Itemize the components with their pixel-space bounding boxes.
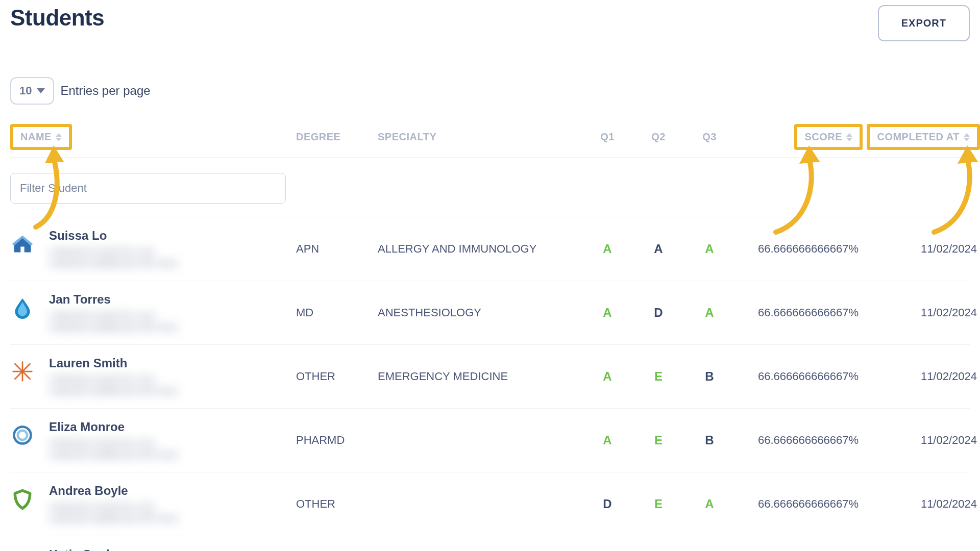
degree-cell: APN: [296, 242, 378, 256]
page-title: Students: [10, 5, 104, 31]
student-name: Eliza Monroe: [49, 420, 178, 434]
q3-grade: B: [684, 433, 735, 447]
redacted-text: redacted email line oneredacted addition…: [49, 246, 178, 269]
name-text: Katie Cook(+1)redacted email line onered…: [49, 547, 178, 551]
avatar-icon: [10, 423, 35, 447]
filter-row: [10, 158, 970, 217]
completed-cell: 11/02/2024: [863, 306, 980, 319]
student-name: Katie Cook: [49, 547, 178, 551]
score-cell: 66.666666666667%: [735, 434, 863, 447]
q3-grade: A: [684, 306, 735, 320]
score-cell: 66.666666666667%: [735, 242, 863, 256]
q1-grade: A: [582, 306, 633, 320]
name-cell: Eliza Monroeredacted email line oneredac…: [10, 420, 296, 461]
filter-student-input[interactable]: [10, 173, 286, 204]
sort-icon: [56, 133, 62, 141]
q3-grade: A: [684, 497, 735, 511]
name-text: Jan Torresredacted email line oneredacte…: [49, 292, 178, 333]
column-header-specialty[interactable]: SPECIALTY: [378, 131, 582, 143]
completed-cell: 11/02/2024: [863, 434, 980, 447]
q1-grade: A: [582, 242, 633, 256]
q2-grade: E: [633, 433, 684, 447]
svg-point-5: [18, 431, 27, 440]
column-header-q1[interactable]: Q1: [582, 131, 633, 143]
degree-cell: OTHER: [296, 497, 378, 511]
specialty-cell: ANESTHESIOLOGY: [378, 306, 582, 319]
score-cell: 66.666666666667%: [735, 370, 863, 383]
name-text: Suissa Loredacted email line oneredacted…: [49, 229, 178, 269]
table-row[interactable]: Jan Torresredacted email line oneredacte…: [10, 281, 970, 345]
column-header-degree[interactable]: DEGREE: [296, 131, 378, 143]
svg-point-4: [14, 427, 31, 444]
q3-grade: B: [684, 369, 735, 384]
entries-label: Entries per page: [60, 84, 150, 98]
name-cell: Andrea Boyleredacted email line oneredac…: [10, 484, 296, 524]
redacted-text: redacted email line oneredacted addition…: [49, 437, 178, 461]
entries-value: 10: [19, 84, 32, 97]
name-text: Lauren Smithredacted email line oneredac…: [49, 356, 178, 397]
table-row[interactable]: Eliza Monroeredacted email line oneredac…: [10, 409, 970, 472]
table-row[interactable]: Katie Cook(+1)redacted email line onered…: [10, 536, 970, 551]
degree-cell: OTHER: [296, 370, 378, 383]
q2-grade: E: [633, 369, 684, 384]
completed-cell: 11/02/2024: [863, 497, 980, 511]
student-name: Jan Torres: [49, 292, 178, 307]
sort-icon: [964, 133, 970, 141]
avatar-icon: [10, 295, 35, 320]
column-header-completed-label: COMPLETED AT: [877, 131, 960, 143]
q1-grade: A: [582, 433, 633, 447]
redacted-text: redacted email line oneredacted addition…: [49, 373, 178, 397]
redacted-text: redacted email line oneredacted addition…: [49, 501, 178, 524]
degree-cell: MD: [296, 306, 378, 319]
specialty-cell: EMERGENCY MEDICINE: [378, 370, 582, 383]
entries-select[interactable]: 10: [10, 77, 54, 105]
table-row[interactable]: Lauren Smithredacted email line oneredac…: [10, 345, 970, 409]
name-cell: Katie Cook(+1)redacted email line onered…: [10, 547, 296, 551]
name-cell: Suissa Loredacted email line oneredacted…: [10, 229, 296, 269]
column-header-completed[interactable]: COMPLETED AT: [867, 124, 980, 150]
q2-grade: A: [633, 242, 684, 256]
avatar-icon: [10, 359, 35, 384]
degree-cell: PHARMD: [296, 434, 378, 447]
q2-grade: E: [633, 497, 684, 511]
column-header-score[interactable]: SCORE: [794, 124, 863, 150]
page-header: Students EXPORT: [10, 5, 970, 41]
score-cell: 66.666666666667%: [735, 306, 863, 319]
column-header-name[interactable]: NAME: [10, 124, 72, 150]
sort-icon: [846, 133, 852, 141]
q2-grade: D: [633, 306, 684, 320]
score-cell: 66.666666666667%: [735, 497, 863, 511]
name-cell: Lauren Smithredacted email line oneredac…: [10, 356, 296, 397]
column-header-q2[interactable]: Q2: [633, 131, 684, 143]
table-row[interactable]: Suissa Loredacted email line oneredacted…: [10, 217, 970, 281]
entries-per-page: 10 Entries per page: [10, 77, 970, 105]
name-text: Eliza Monroeredacted email line oneredac…: [49, 420, 178, 461]
student-name: Andrea Boyle: [49, 484, 178, 498]
table-body: Suissa Loredacted email line oneredacted…: [10, 217, 970, 551]
q1-grade: D: [582, 497, 633, 511]
avatar-icon: [10, 232, 35, 256]
redacted-text: redacted email line oneredacted addition…: [49, 310, 178, 333]
table-row[interactable]: Andrea Boyleredacted email line oneredac…: [10, 472, 970, 536]
student-name: Lauren Smith: [49, 356, 178, 370]
column-header-name-label: NAME: [20, 131, 52, 143]
name-text: Andrea Boyleredacted email line oneredac…: [49, 484, 178, 524]
column-header-q3[interactable]: Q3: [684, 131, 735, 143]
specialty-cell: ALLERGY AND IMMUNOLOGY: [378, 242, 582, 256]
completed-cell: 11/02/2024: [863, 242, 980, 256]
completed-cell: 11/02/2024: [863, 370, 980, 383]
column-header-score-label: SCORE: [804, 131, 842, 143]
q1-grade: A: [582, 369, 633, 384]
name-cell: Jan Torresredacted email line oneredacte…: [10, 292, 296, 333]
q3-grade: A: [684, 242, 735, 256]
export-button[interactable]: EXPORT: [878, 5, 970, 41]
students-page: Students EXPORT 10 Entries per page NAME…: [0, 0, 980, 551]
student-name: Suissa Lo: [49, 229, 178, 243]
chevron-down-icon: [37, 88, 45, 93]
table-header: NAME DEGREE SPECIALTY Q1 Q2 Q3 SCORE COM…: [10, 114, 970, 158]
avatar-icon: [10, 487, 35, 511]
